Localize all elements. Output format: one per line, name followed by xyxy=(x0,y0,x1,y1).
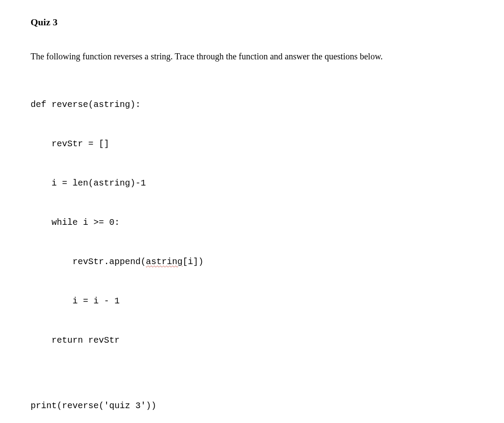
code-line-5c: [i]) xyxy=(183,257,204,267)
spellcheck-underline: astring xyxy=(146,257,183,267)
code-line-6: i = i - 1 xyxy=(31,295,473,308)
code-line-5a: revStr.append( xyxy=(31,257,146,267)
code-line-5: revStr.append(astring[i]) xyxy=(31,255,473,268)
code-line-4: while i >= 0: xyxy=(31,216,473,229)
code-line-1: def reverse(astring): xyxy=(31,98,473,111)
code-line-7: return revStr xyxy=(31,334,473,347)
intro-paragraph: The following function reverses a string… xyxy=(31,50,473,62)
quiz-document: Quiz 3 The following function reverses a… xyxy=(0,0,504,423)
code-line-9: print(reverse('quiz 3')) xyxy=(31,399,473,413)
code-line-3: i = len(astring)-1 xyxy=(31,177,473,190)
code-block: def reverse(astring): revStr = [] i = le… xyxy=(31,72,473,423)
code-line-2: revStr = [] xyxy=(31,138,473,151)
quiz-title: Quiz 3 xyxy=(31,16,473,29)
